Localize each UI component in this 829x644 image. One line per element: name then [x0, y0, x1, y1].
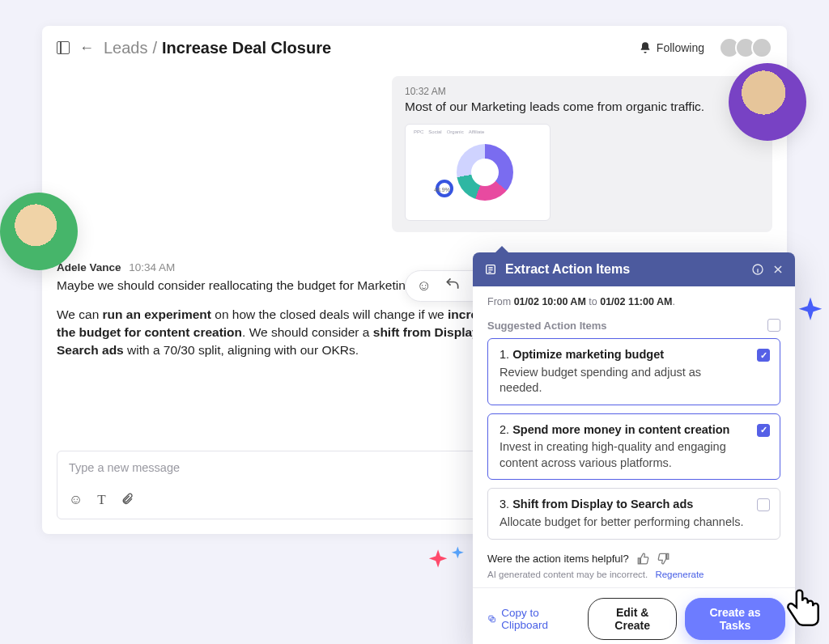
header-bar: ← Leads / Increase Deal Closure Followin… [42, 26, 787, 70]
sparkle-icon [427, 544, 473, 584]
list-icon [484, 263, 497, 276]
action-item-title: Optimize marketing budget [512, 348, 664, 361]
action-item-checkbox[interactable] [757, 424, 770, 437]
popover-body: From 01/02 10:00 AM to 01/02 11:00 AM. S… [473, 286, 795, 587]
attach-icon[interactable] [121, 492, 134, 511]
feedback-row: Were the action items helpful? [487, 553, 780, 565]
donut-label: 48.9% [434, 187, 450, 193]
popover-header: Extract Action Items [473, 252, 795, 286]
message-text: Most of our Marketing leads come from or… [405, 99, 759, 116]
message-time: 10:32 AM [405, 86, 759, 97]
message-author: Adele Vance [57, 261, 121, 273]
breadcrumb-parent[interactable]: Leads [104, 39, 148, 57]
info-icon[interactable] [751, 263, 764, 276]
emoji-icon[interactable]: ☺ [69, 492, 83, 511]
format-text-icon[interactable]: T [97, 492, 105, 511]
breadcrumb-current: Increase Deal Closure [162, 39, 331, 57]
chart-legend: PPCSocialOrganicAffiliate [414, 129, 484, 134]
thumbs-down-icon[interactable] [657, 553, 670, 565]
avatar-bubble [0, 193, 78, 270]
ai-disclaimer: AI generated content may be incorrect. R… [487, 570, 780, 579]
following-toggle[interactable]: Following [639, 41, 704, 54]
action-item-title: Spend more money in content creation [512, 423, 729, 436]
action-item-card[interactable]: 3. Shift from Display to Search ads Allo… [487, 488, 780, 539]
action-item-card[interactable]: 1. Optimize marketing budget Review budg… [487, 338, 780, 405]
select-all-checkbox[interactable] [767, 319, 780, 332]
action-item-checkbox[interactable] [757, 498, 770, 511]
sparkle-icon [795, 296, 826, 330]
suggested-header: Suggested Action Items [487, 319, 780, 332]
action-item-title: Shift from Display to Search ads [512, 498, 693, 511]
avatar [751, 37, 772, 58]
breadcrumb: Leads / Increase Deal Closure [104, 39, 331, 57]
bell-icon [639, 41, 652, 54]
following-label: Following [657, 41, 704, 54]
feedback-question: Were the action items helpful? [487, 553, 629, 565]
popover-footer: Copy to Clipboard Edit & Create Create a… [473, 587, 795, 645]
extract-action-items-popover: Extract Action Items From 01/02 10:00 AM… [473, 252, 795, 644]
avatar-stack[interactable] [724, 37, 772, 58]
cursor-hand-icon [782, 586, 824, 634]
panel-toggle-icon[interactable] [57, 41, 70, 54]
time-range: From 01/02 10:00 AM to 01/02 11:00 AM. [487, 296, 780, 307]
popover-title: Extract Action Items [505, 262, 630, 277]
copy-icon [487, 613, 496, 625]
create-tasks-button[interactable]: Create as Tasks [685, 598, 785, 640]
suggested-label: Suggested Action Items [487, 320, 607, 332]
thumbs-up-icon[interactable] [637, 553, 649, 565]
action-item-desc: Invest in creating high-quality and enga… [500, 439, 744, 471]
close-icon[interactable] [772, 264, 784, 275]
action-item-checkbox[interactable] [757, 349, 770, 362]
action-item-card[interactable]: 2. Spend more money in content creation … [487, 413, 780, 481]
copy-to-clipboard[interactable]: Copy to Clipboard [487, 607, 572, 631]
avatar-bubble [729, 63, 806, 141]
emoji-react-icon[interactable]: ☺ [417, 278, 432, 294]
breadcrumb-sep: / [153, 39, 158, 57]
incoming-message: 10:32 AM Most of our Marketing leads com… [392, 76, 772, 232]
edit-create-button[interactable]: Edit & Create [588, 598, 677, 640]
message-time: 10:34 AM [129, 261, 175, 273]
donut-chart [457, 144, 513, 201]
action-item-desc: Review budget spending and adjust as nee… [500, 365, 744, 396]
action-item-desc: Allocate budget for better performing ch… [500, 515, 744, 531]
chart-attachment[interactable]: PPCSocialOrganicAffiliate 48.9% [405, 124, 551, 221]
regenerate-link[interactable]: Regenerate [655, 570, 704, 579]
reply-icon[interactable] [444, 276, 461, 296]
back-arrow-icon[interactable]: ← [79, 40, 94, 57]
